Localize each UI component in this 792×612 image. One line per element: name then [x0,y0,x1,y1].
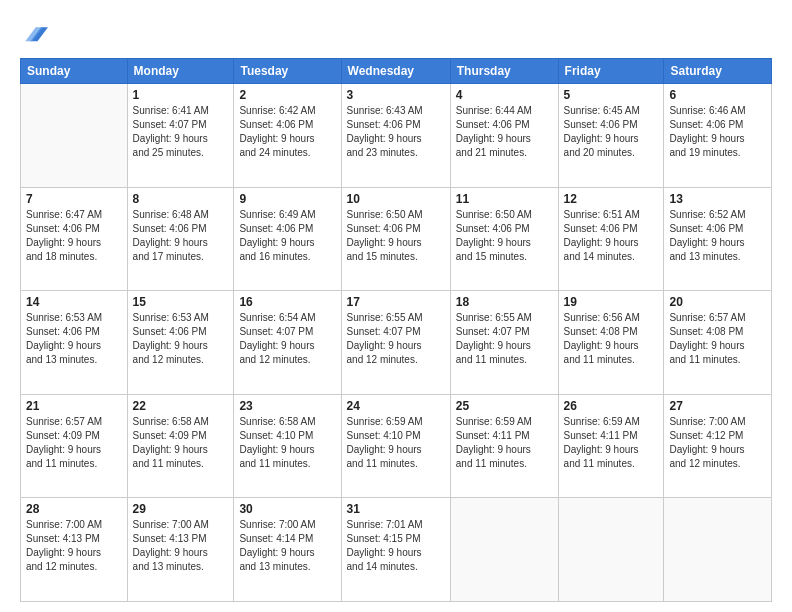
day-info: Sunrise: 6:59 AMSunset: 4:11 PMDaylight:… [564,415,659,471]
calendar-cell: 13Sunrise: 6:52 AMSunset: 4:06 PMDayligh… [664,187,772,291]
header [20,18,772,50]
day-info: Sunrise: 6:52 AMSunset: 4:06 PMDaylight:… [669,208,766,264]
calendar-cell: 20Sunrise: 6:57 AMSunset: 4:08 PMDayligh… [664,291,772,395]
calendar-cell: 17Sunrise: 6:55 AMSunset: 4:07 PMDayligh… [341,291,450,395]
calendar-cell: 22Sunrise: 6:58 AMSunset: 4:09 PMDayligh… [127,394,234,498]
day-number: 13 [669,192,766,206]
day-info: Sunrise: 6:58 AMSunset: 4:10 PMDaylight:… [239,415,335,471]
day-info: Sunrise: 6:57 AMSunset: 4:08 PMDaylight:… [669,311,766,367]
day-number: 12 [564,192,659,206]
calendar-cell: 3Sunrise: 6:43 AMSunset: 4:06 PMDaylight… [341,84,450,188]
calendar-cell: 21Sunrise: 6:57 AMSunset: 4:09 PMDayligh… [21,394,128,498]
day-info: Sunrise: 6:55 AMSunset: 4:07 PMDaylight:… [347,311,445,367]
calendar-cell: 9Sunrise: 6:49 AMSunset: 4:06 PMDaylight… [234,187,341,291]
day-info: Sunrise: 6:53 AMSunset: 4:06 PMDaylight:… [133,311,229,367]
calendar-week-row: 28Sunrise: 7:00 AMSunset: 4:13 PMDayligh… [21,498,772,602]
calendar-table: SundayMondayTuesdayWednesdayThursdayFrid… [20,58,772,602]
day-number: 23 [239,399,335,413]
day-info: Sunrise: 6:53 AMSunset: 4:06 PMDaylight:… [26,311,122,367]
calendar-cell: 8Sunrise: 6:48 AMSunset: 4:06 PMDaylight… [127,187,234,291]
calendar-week-row: 1Sunrise: 6:41 AMSunset: 4:07 PMDaylight… [21,84,772,188]
day-number: 2 [239,88,335,102]
calendar-week-row: 14Sunrise: 6:53 AMSunset: 4:06 PMDayligh… [21,291,772,395]
weekday-header-sunday: Sunday [21,59,128,84]
day-number: 31 [347,502,445,516]
day-info: Sunrise: 6:42 AMSunset: 4:06 PMDaylight:… [239,104,335,160]
day-number: 10 [347,192,445,206]
weekday-header-row: SundayMondayTuesdayWednesdayThursdayFrid… [21,59,772,84]
calendar-cell: 29Sunrise: 7:00 AMSunset: 4:13 PMDayligh… [127,498,234,602]
day-number: 9 [239,192,335,206]
day-info: Sunrise: 6:54 AMSunset: 4:07 PMDaylight:… [239,311,335,367]
calendar-cell: 5Sunrise: 6:45 AMSunset: 4:06 PMDaylight… [558,84,664,188]
calendar-cell: 26Sunrise: 6:59 AMSunset: 4:11 PMDayligh… [558,394,664,498]
day-number: 29 [133,502,229,516]
day-info: Sunrise: 7:00 AMSunset: 4:14 PMDaylight:… [239,518,335,574]
day-info: Sunrise: 6:51 AMSunset: 4:06 PMDaylight:… [564,208,659,264]
day-info: Sunrise: 6:57 AMSunset: 4:09 PMDaylight:… [26,415,122,471]
day-info: Sunrise: 6:48 AMSunset: 4:06 PMDaylight:… [133,208,229,264]
day-info: Sunrise: 6:45 AMSunset: 4:06 PMDaylight:… [564,104,659,160]
day-number: 5 [564,88,659,102]
calendar-cell: 24Sunrise: 6:59 AMSunset: 4:10 PMDayligh… [341,394,450,498]
weekday-header-friday: Friday [558,59,664,84]
calendar-cell: 12Sunrise: 6:51 AMSunset: 4:06 PMDayligh… [558,187,664,291]
day-number: 21 [26,399,122,413]
day-number: 7 [26,192,122,206]
day-number: 3 [347,88,445,102]
day-info: Sunrise: 6:43 AMSunset: 4:06 PMDaylight:… [347,104,445,160]
calendar-cell: 16Sunrise: 6:54 AMSunset: 4:07 PMDayligh… [234,291,341,395]
day-number: 24 [347,399,445,413]
day-number: 17 [347,295,445,309]
day-number: 4 [456,88,553,102]
day-info: Sunrise: 7:00 AMSunset: 4:13 PMDaylight:… [26,518,122,574]
calendar-cell: 15Sunrise: 6:53 AMSunset: 4:06 PMDayligh… [127,291,234,395]
calendar-cell: 27Sunrise: 7:00 AMSunset: 4:12 PMDayligh… [664,394,772,498]
day-info: Sunrise: 7:00 AMSunset: 4:12 PMDaylight:… [669,415,766,471]
logo-icon [20,22,48,50]
calendar-cell: 31Sunrise: 7:01 AMSunset: 4:15 PMDayligh… [341,498,450,602]
day-info: Sunrise: 6:56 AMSunset: 4:08 PMDaylight:… [564,311,659,367]
calendar-cell [664,498,772,602]
day-number: 8 [133,192,229,206]
day-number: 16 [239,295,335,309]
calendar-cell: 7Sunrise: 6:47 AMSunset: 4:06 PMDaylight… [21,187,128,291]
day-number: 15 [133,295,229,309]
calendar-cell: 25Sunrise: 6:59 AMSunset: 4:11 PMDayligh… [450,394,558,498]
day-info: Sunrise: 6:47 AMSunset: 4:06 PMDaylight:… [26,208,122,264]
calendar-week-row: 7Sunrise: 6:47 AMSunset: 4:06 PMDaylight… [21,187,772,291]
day-number: 19 [564,295,659,309]
calendar-cell: 28Sunrise: 7:00 AMSunset: 4:13 PMDayligh… [21,498,128,602]
calendar-page: SundayMondayTuesdayWednesdayThursdayFrid… [0,0,792,612]
calendar-cell: 4Sunrise: 6:44 AMSunset: 4:06 PMDaylight… [450,84,558,188]
calendar-cell: 6Sunrise: 6:46 AMSunset: 4:06 PMDaylight… [664,84,772,188]
day-info: Sunrise: 6:50 AMSunset: 4:06 PMDaylight:… [456,208,553,264]
day-info: Sunrise: 6:58 AMSunset: 4:09 PMDaylight:… [133,415,229,471]
day-number: 27 [669,399,766,413]
day-info: Sunrise: 7:00 AMSunset: 4:13 PMDaylight:… [133,518,229,574]
day-info: Sunrise: 6:46 AMSunset: 4:06 PMDaylight:… [669,104,766,160]
weekday-header-wednesday: Wednesday [341,59,450,84]
weekday-header-saturday: Saturday [664,59,772,84]
calendar-cell [450,498,558,602]
calendar-cell: 1Sunrise: 6:41 AMSunset: 4:07 PMDaylight… [127,84,234,188]
day-info: Sunrise: 6:59 AMSunset: 4:10 PMDaylight:… [347,415,445,471]
calendar-cell [558,498,664,602]
weekday-header-thursday: Thursday [450,59,558,84]
calendar-cell: 2Sunrise: 6:42 AMSunset: 4:06 PMDaylight… [234,84,341,188]
day-info: Sunrise: 6:50 AMSunset: 4:06 PMDaylight:… [347,208,445,264]
day-number: 1 [133,88,229,102]
day-info: Sunrise: 6:41 AMSunset: 4:07 PMDaylight:… [133,104,229,160]
day-number: 20 [669,295,766,309]
day-info: Sunrise: 7:01 AMSunset: 4:15 PMDaylight:… [347,518,445,574]
day-number: 11 [456,192,553,206]
calendar-week-row: 21Sunrise: 6:57 AMSunset: 4:09 PMDayligh… [21,394,772,498]
day-number: 26 [564,399,659,413]
day-info: Sunrise: 6:59 AMSunset: 4:11 PMDaylight:… [456,415,553,471]
day-number: 6 [669,88,766,102]
calendar-cell: 18Sunrise: 6:55 AMSunset: 4:07 PMDayligh… [450,291,558,395]
weekday-header-monday: Monday [127,59,234,84]
day-info: Sunrise: 6:44 AMSunset: 4:06 PMDaylight:… [456,104,553,160]
day-number: 18 [456,295,553,309]
day-number: 30 [239,502,335,516]
